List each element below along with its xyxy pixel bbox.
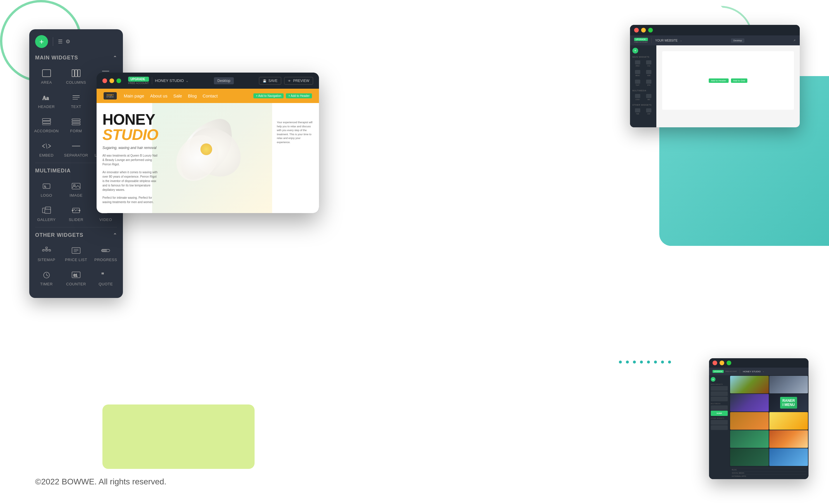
nav-blog[interactable]: Blog bbox=[188, 94, 196, 98]
br-image-road[interactable] bbox=[730, 394, 769, 411]
br-image-city[interactable] bbox=[769, 376, 808, 393]
pricelist-label: PRICE LIST bbox=[65, 258, 87, 262]
br-slider-widget[interactable]: SLIDER bbox=[711, 410, 728, 416]
br-widget-5[interactable] bbox=[711, 420, 728, 425]
add-to-header-badge[interactable]: + Add to Header bbox=[286, 94, 312, 98]
tr-mini-text[interactable]: TEXT bbox=[633, 78, 643, 87]
tr-mini-menu[interactable]: MENU bbox=[633, 69, 643, 78]
br-image-sunset[interactable] bbox=[769, 430, 808, 448]
br-close-button[interactable] bbox=[713, 361, 717, 365]
br-left-panel: + MAIN WIDGETS MULTIMEDIA SLIDER OTHER W… bbox=[709, 375, 729, 479]
counter-icon: 01 bbox=[70, 269, 82, 280]
tr-multimedia-mini: LOGO IMG bbox=[633, 93, 654, 102]
save-button[interactable]: 💾 SAVE bbox=[259, 77, 281, 84]
widget-form[interactable]: FORM bbox=[62, 113, 90, 136]
nav-sale[interactable]: Sale bbox=[173, 94, 182, 98]
br-widget-4[interactable] bbox=[711, 405, 728, 410]
form-icon bbox=[70, 116, 82, 127]
tr-mini-image[interactable]: IMG bbox=[644, 93, 654, 102]
widget-area[interactable]: AREA bbox=[32, 64, 61, 87]
panel-icon-pages[interactable]: ☰ bbox=[58, 38, 63, 45]
svg-rect-3 bbox=[78, 70, 80, 77]
widget-slider[interactable]: SLIDER bbox=[62, 202, 90, 225]
br-external-apps-label: EXTERNAL APPS bbox=[732, 474, 806, 478]
minimize-button[interactable] bbox=[109, 78, 114, 83]
br-widget-1[interactable] bbox=[711, 386, 728, 391]
tr-mini-counter[interactable]: CNT bbox=[644, 107, 654, 116]
br-widget-6[interactable] bbox=[711, 425, 728, 430]
tr-minimize-button[interactable] bbox=[641, 28, 646, 33]
widget-accordion[interactable]: ACCORDION bbox=[32, 113, 61, 136]
desktop-selector[interactable]: Desktop bbox=[214, 77, 234, 84]
br-image-nature[interactable] bbox=[730, 430, 769, 448]
tr-upgrade-badge[interactable]: UPGRADE bbox=[634, 38, 648, 41]
widget-embed[interactable]: EMBED bbox=[32, 137, 61, 160]
add-to-navigation-badge[interactable]: + Add to Navigation bbox=[253, 94, 284, 98]
svg-rect-14 bbox=[42, 121, 50, 123]
br-image-yellow[interactable] bbox=[769, 412, 808, 430]
br-image-mountains[interactable] bbox=[730, 376, 769, 393]
tr-mini-area[interactable]: AREA bbox=[633, 59, 643, 68]
tr-mini-timer[interactable]: TMR bbox=[633, 107, 643, 116]
raner-menu-badge: RANERI MENU bbox=[780, 397, 797, 409]
widget-pricelist[interactable]: PRICE LIST bbox=[62, 242, 90, 265]
other-widgets-chevron[interactable]: ⌃ bbox=[113, 232, 117, 238]
tr-close-button[interactable] bbox=[634, 28, 639, 33]
br-add-button[interactable]: + bbox=[711, 377, 716, 382]
br-image-laptop[interactable]: RANERI MENU bbox=[769, 394, 808, 411]
tr-add-to-grid-badge[interactable]: Add to Grid bbox=[731, 78, 747, 83]
widget-gallery[interactable]: GALLERY bbox=[32, 202, 61, 225]
preview-button[interactable]: 👁 PREVIEW bbox=[284, 77, 313, 84]
site-content-area: HONEY STUDIO Sugaring, waxing and hair r… bbox=[97, 103, 319, 213]
svg-text:01: 01 bbox=[73, 274, 77, 278]
main-widgets-chevron[interactable]: ⌃ bbox=[113, 55, 117, 61]
maximize-button[interactable] bbox=[116, 78, 121, 83]
widget-timer[interactable]: TIMER bbox=[32, 266, 61, 289]
flower-background bbox=[152, 103, 272, 213]
panel-icon-settings[interactable]: ⚙ bbox=[66, 38, 70, 45]
br-image-art[interactable] bbox=[730, 412, 769, 430]
image-label: IMAGE bbox=[70, 193, 82, 197]
tr-share-icon[interactable]: ↗ bbox=[793, 39, 796, 42]
svg-rect-16 bbox=[72, 119, 80, 120]
widget-sitemap[interactable]: SITEMAP bbox=[32, 242, 61, 265]
svg-rect-12 bbox=[42, 118, 50, 120]
add-widget-button[interactable]: + bbox=[35, 35, 48, 48]
widget-columns[interactable]: COLUMNS bbox=[62, 64, 90, 87]
tr-columns-icon bbox=[646, 60, 651, 64]
nav-main-page[interactable]: Main page bbox=[124, 94, 144, 98]
widget-text[interactable]: TEXT bbox=[62, 89, 90, 112]
tr-mini-columns[interactable]: COL bbox=[644, 59, 654, 68]
tr-add-to-header-badge[interactable]: Add to Header bbox=[709, 78, 729, 83]
close-button[interactable] bbox=[102, 78, 107, 83]
br-upgrade-badge[interactable]: UPGRADE bbox=[713, 370, 724, 373]
tr-main-widgets-mini: AREA COL MENU HDR TEXT BTN bbox=[633, 59, 654, 87]
tr-add-button[interactable]: + bbox=[633, 48, 638, 53]
widget-logo[interactable]: L LOGO bbox=[32, 177, 61, 201]
widget-quote[interactable]: " QUOTE bbox=[92, 266, 120, 289]
br-widget-3[interactable] bbox=[711, 397, 728, 401]
br-widget-2[interactable] bbox=[711, 391, 728, 396]
tr-desktop-selector[interactable]: Desktop bbox=[731, 38, 744, 43]
br-image-forest[interactable] bbox=[730, 448, 769, 466]
nav-about-us[interactable]: About us bbox=[150, 94, 167, 98]
br-image-water[interactable] bbox=[769, 448, 808, 466]
widget-header[interactable]: Aa HEADER bbox=[32, 89, 61, 112]
nav-contact[interactable]: Contact bbox=[203, 94, 218, 98]
widget-separator[interactable]: SEPARATOR bbox=[62, 137, 90, 160]
br-image-grid: RANERI MENU bbox=[729, 375, 808, 467]
br-maximize-button[interactable] bbox=[727, 361, 731, 365]
timer-icon bbox=[41, 269, 52, 280]
upgrade-badge[interactable]: UPGRADE bbox=[128, 77, 149, 82]
text-icon bbox=[70, 92, 82, 103]
tr-mini-header[interactable]: HDR bbox=[644, 69, 654, 78]
widget-progress[interactable]: PROGRESS bbox=[92, 242, 120, 265]
dot-5 bbox=[647, 361, 650, 363]
tr-maximize-button[interactable] bbox=[648, 28, 653, 33]
tr-button-icon bbox=[646, 80, 651, 84]
widget-counter[interactable]: 01 COUNTER bbox=[62, 266, 90, 289]
tr-mini-button[interactable]: BTN bbox=[644, 78, 654, 87]
br-minimize-button[interactable] bbox=[720, 361, 724, 365]
widget-image[interactable]: IMAGE bbox=[62, 177, 90, 201]
tr-mini-logo[interactable]: LOGO bbox=[633, 93, 643, 102]
